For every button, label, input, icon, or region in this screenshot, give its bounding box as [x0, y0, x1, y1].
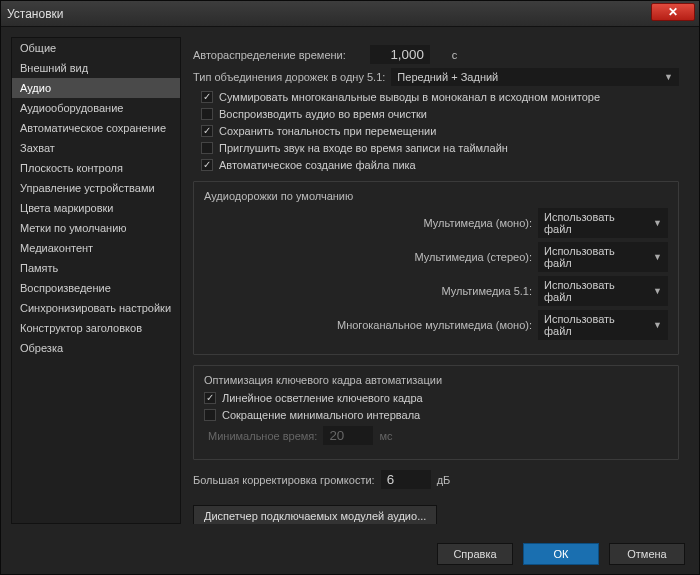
titlebar: Установки ✕: [1, 1, 699, 27]
sidebar-item-playback[interactable]: Воспроизведение: [12, 278, 180, 298]
cb-row-play-scrub: Воспроизводить аудио во время очистки: [201, 108, 679, 120]
label-auto-time: Автораспределение времени:: [193, 49, 346, 61]
label-auto-peak: Автоматическое создание файла пика: [219, 159, 416, 171]
sidebar-item-trim[interactable]: Обрезка: [12, 338, 180, 358]
sidebar-item-audio[interactable]: Аудио: [12, 78, 180, 98]
label-min-time: Минимальное время:: [208, 430, 317, 442]
dropdown-stereo-value: Использовать файл: [544, 245, 645, 269]
checkbox-reduce[interactable]: [204, 409, 216, 421]
chevron-down-icon: ▼: [653, 218, 662, 228]
group-keyframe-opt: Оптимизация ключевого кадра автоматизаци…: [193, 365, 679, 460]
close-button[interactable]: ✕: [651, 3, 695, 21]
chevron-down-icon: ▼: [653, 252, 662, 262]
input-min-time: [323, 426, 373, 445]
cb-row-pitch: Сохранить тональность при перемещении: [201, 125, 679, 137]
chevron-down-icon: ▼: [653, 286, 662, 296]
row-auto-time: Автораспределение времени: с: [193, 45, 679, 64]
label-reduce: Сокращение минимального интервала: [222, 409, 420, 421]
group-title-keyframe: Оптимизация ключевого кадра автоматизаци…: [204, 374, 668, 386]
label-mute-input: Приглушить звук на входе во время записи…: [219, 142, 508, 154]
sidebar-item-media[interactable]: Медиаконтент: [12, 238, 180, 258]
label-stereo: Мультимедиа (стерео):: [204, 251, 532, 263]
input-large-volume[interactable]: [381, 470, 431, 489]
label-multichannel: Многоканальное мультимедиа (моно):: [204, 319, 532, 331]
sidebar-item-appearance[interactable]: Внешний вид: [12, 58, 180, 78]
row-min-time: Минимальное время: мс: [208, 426, 668, 445]
checkbox-pitch[interactable]: [201, 125, 213, 137]
close-icon: ✕: [668, 5, 678, 19]
row-large-volume: Большая корректировка громкости: дБ: [193, 470, 679, 489]
window-body: Общие Внешний вид Аудио Аудиооборудовани…: [1, 27, 699, 534]
window-title: Установки: [7, 7, 63, 21]
label-pitch: Сохранить тональность при перемещении: [219, 125, 436, 137]
label-linear: Линейное осветление ключевого кадра: [222, 392, 423, 404]
button-bar: Справка ОК Отмена: [1, 534, 699, 574]
dropdown-51-value: Использовать файл: [544, 279, 645, 303]
sidebar-item-memory[interactable]: Память: [12, 258, 180, 278]
checkbox-play-scrub[interactable]: [201, 108, 213, 120]
settings-window: Установки ✕ Общие Внешний вид Аудио Ауди…: [0, 0, 700, 575]
label-play-scrub: Воспроизводить аудио во время очистки: [219, 108, 427, 120]
cb-row-linear: Линейное осветление ключевого кадра: [204, 392, 668, 404]
dropdown-multichannel-value: Использовать файл: [544, 313, 645, 337]
label-mixdown: Тип объединения дорожек в одну 5.1:: [193, 71, 385, 83]
checkbox-auto-peak[interactable]: [201, 159, 213, 171]
label-51: Мультимедиа 5.1:: [204, 285, 532, 297]
sidebar-item-general[interactable]: Общие: [12, 38, 180, 58]
dropdown-51[interactable]: Использовать файл ▼: [538, 276, 668, 306]
subrow-stereo: Мультимедиа (стерео): Использовать файл …: [204, 242, 668, 272]
subrow-51: Мультимедиа 5.1: Использовать файл ▼: [204, 276, 668, 306]
label-large-volume: Большая корректировка громкости:: [193, 474, 375, 486]
group-title-default-tracks: Аудиодорожки по умолчанию: [204, 190, 668, 202]
chevron-down-icon: ▼: [664, 72, 673, 82]
label-sum-mono: Суммировать многоканальные выводы в моно…: [219, 91, 600, 103]
checkbox-sum-mono[interactable]: [201, 91, 213, 103]
dropdown-stereo[interactable]: Использовать файл ▼: [538, 242, 668, 272]
group-default-tracks: Аудиодорожки по умолчанию Мультимедиа (м…: [193, 181, 679, 355]
button-plugin-manager[interactable]: Диспетчер подключаемых модулей аудио...: [193, 505, 437, 524]
ok-button[interactable]: ОК: [523, 543, 599, 565]
sidebar-item-label-defaults[interactable]: Метки по умолчанию: [12, 218, 180, 238]
dropdown-mixdown-value: Передний + Задний: [397, 71, 498, 83]
cb-row-mute-input: Приглушить звук на входе во время записи…: [201, 142, 679, 154]
sidebar: Общие Внешний вид Аудио Аудиооборудовани…: [11, 37, 181, 524]
sidebar-item-audio-hw[interactable]: Аудиооборудование: [12, 98, 180, 118]
checkbox-mute-input[interactable]: [201, 142, 213, 154]
row-mixdown: Тип объединения дорожек в одну 5.1: Пере…: [193, 68, 679, 86]
checkbox-linear[interactable]: [204, 392, 216, 404]
unit-seconds: с: [452, 49, 458, 61]
dropdown-mono-value: Использовать файл: [544, 211, 645, 235]
sidebar-item-capture[interactable]: Захват: [12, 138, 180, 158]
unit-ms: мс: [379, 430, 392, 442]
chevron-down-icon: ▼: [653, 320, 662, 330]
dropdown-mixdown[interactable]: Передний + Задний ▼: [391, 68, 679, 86]
sidebar-item-device-control[interactable]: Управление устройствами: [12, 178, 180, 198]
cb-row-auto-peak: Автоматическое создание файла пика: [201, 159, 679, 171]
cb-row-reduce: Сокращение минимального интервала: [204, 409, 668, 421]
sidebar-item-sync-settings[interactable]: Синхронизировать настройки: [12, 298, 180, 318]
cancel-button[interactable]: Отмена: [609, 543, 685, 565]
subrow-multichannel: Многоканальное мультимедиа (моно): Испол…: [204, 310, 668, 340]
dropdown-multichannel[interactable]: Использовать файл ▼: [538, 310, 668, 340]
subrow-mono: Мультимедиа (моно): Использовать файл ▼: [204, 208, 668, 238]
content-panel: Автораспределение времени: с Тип объедин…: [189, 37, 689, 524]
help-button[interactable]: Справка: [437, 543, 513, 565]
cb-row-sum-mono: Суммировать многоканальные выводы в моно…: [201, 91, 679, 103]
unit-db: дБ: [437, 474, 451, 486]
label-mono: Мультимедиа (моно):: [204, 217, 532, 229]
sidebar-item-autosave[interactable]: Автоматическое сохранение: [12, 118, 180, 138]
sidebar-item-titler[interactable]: Конструктор заголовков: [12, 318, 180, 338]
dropdown-mono[interactable]: Использовать файл ▼: [538, 208, 668, 238]
input-auto-time[interactable]: [370, 45, 430, 64]
sidebar-item-label-colors[interactable]: Цвета маркировки: [12, 198, 180, 218]
sidebar-item-control-surface[interactable]: Плоскость контроля: [12, 158, 180, 178]
